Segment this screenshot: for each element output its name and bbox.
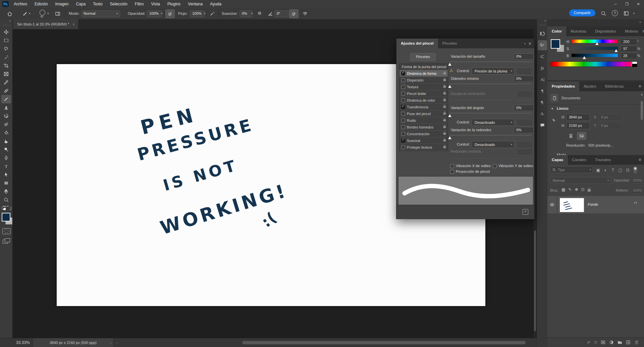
brush-option-pincel-doble[interactable]: Pincel doble [399, 90, 448, 97]
flip-y-checkbox[interactable] [493, 164, 497, 168]
filter-kind-adjustment-icon[interactable]: ◐ [602, 167, 609, 173]
tool-healing-brush[interactable] [1, 87, 11, 95]
tab-trazados[interactable]: Trazados [591, 155, 615, 165]
delete-layer-icon[interactable] [634, 340, 639, 345]
lock-icon[interactable] [443, 113, 446, 115]
opacity-chevron[interactable]: ▾ [161, 8, 163, 19]
x-input[interactable]: 0 px [598, 114, 622, 121]
document-tab[interactable]: Sin título-1 al 33.3% (RGB/8#) * × [13, 19, 78, 29]
checkbox[interactable] [401, 105, 405, 109]
lock-icon[interactable] [443, 119, 446, 121]
menu-edicion[interactable]: Edición [31, 0, 51, 8]
checkbox[interactable] [401, 125, 405, 129]
menu-archivo[interactable]: Archivo [10, 0, 31, 8]
checkbox[interactable] [401, 118, 405, 122]
checkbox[interactable] [401, 85, 405, 89]
color-foreground-swatch[interactable] [551, 39, 560, 49]
roundness-jitter-value[interactable]: 0% [514, 127, 534, 133]
brush-option-dispersion[interactable]: Dispersión [399, 77, 448, 84]
tool-brush[interactable] [1, 95, 11, 103]
search-icon[interactable] [600, 10, 606, 16]
tool-move[interactable] [1, 28, 11, 36]
lock-transparency-icon[interactable]: ▦ [561, 187, 565, 192]
ramp-black-swatch[interactable] [632, 64, 637, 67]
min-diameter-slider-thumb[interactable] [448, 85, 451, 88]
tool-clone-stamp[interactable] [1, 103, 11, 112]
hue-slider[interactable] [572, 40, 618, 43]
minimize-button[interactable]: ─ [610, 0, 621, 8]
tool-eyedropper[interactable] [1, 78, 11, 87]
tool-rectangular-marquee[interactable] [1, 36, 11, 45]
lock-icon[interactable] [443, 140, 446, 142]
saturation-value[interactable]: 97 [621, 46, 637, 52]
panel-icon-history[interactable] [538, 29, 547, 39]
angle-jitter-slider[interactable] [449, 113, 532, 113]
roundness-jitter-slider[interactable] [449, 135, 532, 136]
tool-hand[interactable] [1, 187, 11, 196]
menu-ventana[interactable]: Ventana [184, 0, 206, 8]
opacity-pressure-toggle[interactable] [165, 9, 175, 18]
lock-artboard-icon[interactable]: ⊡ [581, 187, 584, 192]
lock-icon[interactable] [443, 86, 446, 88]
layer-styles-icon[interactable]: fx [594, 340, 597, 345]
panel-icon-brushes[interactable] [538, 52, 547, 62]
brush-projection-checkbox[interactable] [450, 170, 454, 174]
lock-icon[interactable] [443, 72, 446, 75]
swap-colors-icon[interactable]: ⤸ [10, 206, 12, 210]
opacity-input[interactable]: 100% [147, 10, 162, 17]
brush-picker-chevron[interactable]: ▾ [47, 8, 49, 19]
flow-input[interactable]: 100% [190, 10, 205, 17]
panel-icon-styles[interactable]: fx [538, 63, 547, 73]
tab-capas[interactable]: Capas [547, 155, 568, 165]
saturation-slider-thumb[interactable] [614, 49, 618, 52]
color-spectrum-ramp[interactable] [550, 61, 637, 67]
panel-icon-paragraph[interactable]: ¶ [538, 86, 547, 96]
help-icon[interactable]: ? [612, 10, 618, 16]
brush-preset-chevron[interactable]: ▾ [29, 8, 31, 19]
brush-tip-preview[interactable] [40, 10, 45, 15]
menu-texto[interactable]: Texto [89, 0, 106, 8]
lock-icon[interactable] [443, 99, 446, 101]
workspace-chevron[interactable]: ▾ [633, 8, 635, 19]
symmetry-toggle[interactable] [301, 9, 309, 17]
brush-tip-shape-item[interactable]: Forma de la punta del pincel [399, 64, 448, 70]
tab-color[interactable]: Color [547, 27, 566, 36]
tab-motivos[interactable]: Motivos [621, 27, 643, 36]
size-jitter-slider-thumb[interactable] [448, 63, 451, 66]
link-layers-icon[interactable] [586, 340, 591, 345]
menu-filtro[interactable]: Filtro [131, 0, 148, 8]
toolbar-collapse-icon[interactable]: » [0, 19, 12, 24]
foreground-color-swatch[interactable] [2, 213, 10, 221]
toggle-brush-panel-icon[interactable] [55, 11, 61, 17]
lock-icon[interactable] [443, 146, 446, 148]
horizontal-scrollbar-thumb[interactable] [242, 341, 526, 344]
tool-crop[interactable] [1, 61, 11, 70]
smoothing-gear-icon[interactable]: ⚙ [258, 11, 262, 16]
filter-kind-type-icon[interactable]: T [610, 167, 616, 173]
menu-plugins[interactable]: Plugins [164, 0, 184, 8]
brush-option-transferencia[interactable]: Transferencia [399, 104, 448, 110]
size-jitter-slider[interactable] [449, 61, 532, 62]
tool-dodge[interactable] [1, 145, 11, 154]
brush-angle-input[interactable]: 0° [274, 10, 288, 17]
tab-propiedades[interactable]: Propiedades [547, 82, 579, 91]
screen-mode-button[interactable] [3, 238, 10, 244]
filter-kind-smart-icon[interactable]: ⊡ [625, 167, 631, 173]
checkbox[interactable] [401, 139, 405, 143]
hue-slider-thumb[interactable] [595, 42, 599, 45]
tool-frame[interactable] [1, 70, 11, 78]
add-mask-icon[interactable] [600, 340, 606, 345]
brush-option-dinamica-de-color[interactable]: Dinámica de color [399, 97, 448, 104]
tab-ajustes-del-pincel[interactable]: Ajustes del pincel [396, 39, 438, 48]
home-icon[interactable] [7, 11, 13, 17]
brightness-value[interactable]: 28 [621, 53, 637, 59]
lock-position-icon[interactable]: ✥ [575, 187, 578, 192]
dock-collapse-icon[interactable]: » [547, 19, 644, 27]
orientation-portrait-button[interactable] [566, 132, 576, 140]
menu-ayuda[interactable]: Ayuda [206, 0, 225, 8]
properties-scrollbar[interactable]: ▲ ▼ [640, 93, 643, 159]
tab-canales[interactable]: Canales [568, 155, 591, 165]
lock-pixels-icon[interactable]: ✎ [568, 187, 572, 192]
link-dimensions-icon[interactable] [551, 116, 556, 124]
hue-value[interactable]: 200 [621, 39, 637, 45]
